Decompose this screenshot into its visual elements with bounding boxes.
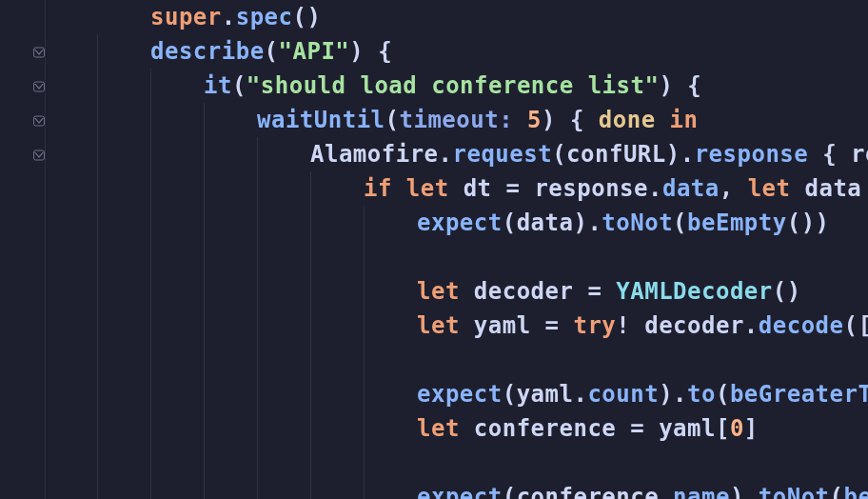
code-token: , [720,175,748,202]
code-line[interactable]: let decoder = YAMLDecoder() [46,274,868,309]
code-text: it("should load conference list") { [46,72,701,99]
editor-gutter [0,0,46,499]
code-text: if let dt = response.data, let data = [46,175,868,202]
code-line[interactable]: if let dt = response.data, let data = [46,171,868,206]
fold-toggle-icon[interactable] [32,149,46,162]
code-token: 5 [527,107,542,133]
code-line[interactable] [46,343,868,377]
code-token: beGreaterTha [730,381,868,408]
code-text: describe("API") { [46,38,392,65]
code-token: to [687,381,716,408]
code-token: expect [417,210,503,236]
code-token: data [662,175,720,202]
code-line[interactable] [46,240,868,274]
code-token [513,107,527,133]
code-token: (data). [503,210,602,236]
code-line[interactable]: expect(yaml.count).to(beGreaterTha [46,377,868,411]
code-text [46,244,417,270]
code-line[interactable]: describe("API") { [46,34,868,69]
code-token: (confURL). [552,141,695,168]
code-line[interactable]: let conference = yaml[0] [46,411,868,446]
code-editor[interactable]: super.spec()describe("API") {it("should … [46,0,868,499]
svg-rect-3 [34,150,45,160]
code-token: ( [716,381,730,408]
code-token: beEmpty [687,210,787,236]
code-token: { resp [808,141,868,168]
code-token: YAMLDecoder [616,278,772,305]
code-token: let [417,278,460,305]
code-token: name [673,484,730,499]
fold-toggle-icon[interactable] [32,114,46,128]
code-token: () [293,4,322,30]
code-token: beEm [844,484,869,499]
code-token: ) { [659,72,701,99]
code-token: toNot [602,210,673,236]
code-text: expect(conference.name).toNot(beEm [46,484,868,499]
code-token: let [406,175,449,202]
code-token: it [204,72,232,99]
code-text: let conference = yaml[0] [46,415,759,442]
code-token: ). [659,381,687,408]
code-token: timeout: [400,107,514,133]
code-token: done [599,107,656,133]
svg-rect-1 [34,82,45,91]
code-token [392,175,406,202]
code-text: expect(yaml.count).to(beGreaterTha [46,381,868,408]
code-token: request [453,141,553,168]
code-text: let decoder = YAMLDecoder() [46,278,801,305]
code-line[interactable]: waitUntil(timeout: 5) { done in [46,103,868,137]
code-token: decode [759,312,844,339]
code-text [46,347,417,373]
code-token: Alamofire. [310,141,453,168]
code-text: expect(data).toNot(beEmpty()) [46,210,830,236]
code-token: describe [150,38,265,65]
code-text: super.spec() [46,4,321,30]
code-token: expect [417,381,503,408]
code-token: ) { [542,107,599,133]
code-line[interactable] [46,446,868,480]
code-token: in [670,107,699,133]
code-token: response [695,141,809,168]
code-text [46,449,417,476]
code-token: ) { [349,38,392,65]
code-token: ). [730,484,759,499]
code-token: let [417,415,460,442]
code-token: spec [236,4,293,30]
code-token: . [222,4,236,30]
code-token: ( [265,38,279,65]
code-line[interactable]: super.spec() [46,0,868,34]
code-token: (yaml. [503,381,588,408]
code-line[interactable]: expect(conference.name).toNot(beEm [46,480,868,499]
code-token: conference = yaml[ [460,415,730,442]
code-line[interactable]: Alamofire.request(confURL).response { re… [46,137,868,171]
code-token: (conference. [503,484,673,499]
code-token: ! decoder. [616,312,759,339]
code-line[interactable]: let yaml = try! decoder.decode([Co [46,309,868,343]
code-token: toNot [759,484,830,499]
code-token: ([ [844,312,868,339]
code-token: count [587,381,659,408]
code-token: 0 [730,415,744,442]
code-token: yaml = [460,312,574,339]
svg-rect-0 [34,48,45,57]
code-text: let yaml = try! decoder.decode([Co [46,312,868,339]
code-line[interactable]: expect(data).toNot(beEmpty()) [46,206,868,240]
code-token: try [573,312,616,339]
fold-toggle-icon[interactable] [32,80,46,93]
code-text: Alamofire.request(confURL).response { re… [46,141,868,168]
code-token: ( [385,107,400,133]
code-token: () [773,278,801,305]
code-token: expect [417,484,503,499]
code-token: if [364,175,392,202]
code-token: data = [791,175,868,202]
code-token: ( [673,210,687,236]
code-token: ()) [787,210,830,236]
code-token: let [417,312,460,339]
code-line[interactable]: it("should load conference list") { [46,69,868,103]
code-token: ( [232,72,247,99]
svg-rect-2 [34,116,45,126]
code-text: waitUntil(timeout: 5) { done in [46,107,698,133]
fold-toggle-icon[interactable] [32,46,46,59]
code-token: "API" [279,38,350,65]
code-token: decoder = [460,278,616,305]
